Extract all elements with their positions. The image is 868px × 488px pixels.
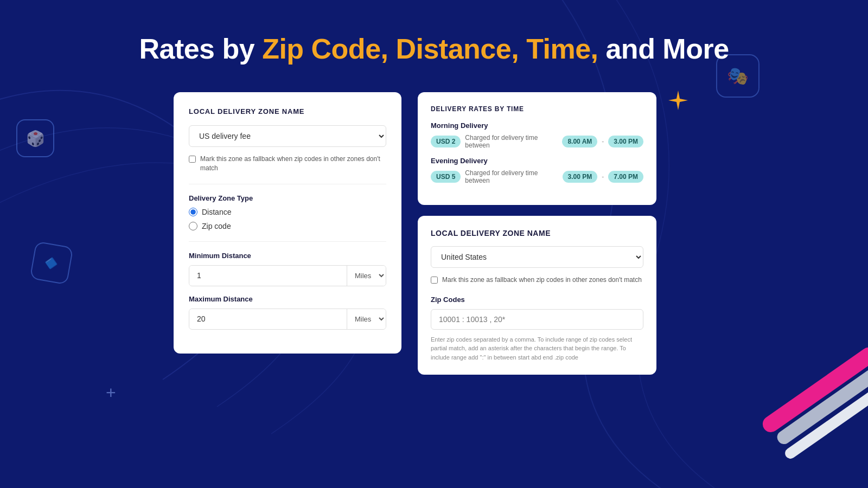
delivery-zone-type-group: Distance Zip code <box>189 208 386 230</box>
zip-card-title: LOCAL DELIVERY ZONE NAME <box>431 229 643 237</box>
main-title: Rates by Zip Code, Distance, Time, and M… <box>139 33 729 65</box>
left-card-title: LOCAL DELIVERY ZONE NAME <box>189 107 386 115</box>
cards-row: LOCAL DELIVERY ZONE NAME US delivery fee… <box>174 92 694 375</box>
zip-card: LOCAL DELIVERY ZONE NAME United States M… <box>418 216 656 375</box>
min-distance-label: Minimum Distance <box>189 252 386 260</box>
morning-end-time: 3.00 PM <box>608 136 643 147</box>
left-card: LOCAL DELIVERY ZONE NAME US delivery fee… <box>174 92 401 354</box>
zip-codes-input[interactable] <box>431 309 643 330</box>
max-distance-unit[interactable]: Miles <box>347 309 386 329</box>
evening-start-time: 3.00 PM <box>563 171 598 183</box>
evening-delivery-period: Evening Delivery USD 5 Charged for deliv… <box>431 157 643 184</box>
zip-zone-select[interactable]: United States <box>431 246 643 268</box>
zip-fallback-checkbox[interactable] <box>431 277 438 284</box>
morning-delivery-row: USD 2 Charged for delivery time between … <box>431 134 643 149</box>
min-distance-input[interactable]: 1 <box>189 266 347 285</box>
delivery-zone-type-label: Delivery Zone Type <box>189 194 386 202</box>
fallback-checkbox-label: Mark this zone as fallback when zip code… <box>200 155 386 173</box>
morning-delivery-title: Morning Delivery <box>431 121 643 130</box>
radio-distance-input[interactable] <box>189 208 197 216</box>
max-distance-label: Maximum Distance <box>189 295 386 303</box>
morning-description: Charged for delivery time between <box>465 134 558 149</box>
time-rates-card: DELIVERY RATES BY TIME Morning Delivery … <box>418 92 656 205</box>
zip-fallback-label: Mark this zone as fallback when zip code… <box>442 275 642 285</box>
max-distance-input[interactable]: 20 <box>189 309 347 329</box>
evening-dash: - <box>602 173 604 181</box>
morning-start-time: 8.00 AM <box>562 136 597 147</box>
evening-delivery-title: Evening Delivery <box>431 157 643 165</box>
right-cards: DELIVERY RATES BY TIME Morning Delivery … <box>418 92 656 375</box>
evening-end-time: 7.00 PM <box>608 171 643 183</box>
evening-usd-badge: USD 5 <box>431 171 461 183</box>
page-content: Rates by Zip Code, Distance, Time, and M… <box>0 0 868 488</box>
morning-usd-badge: USD 2 <box>431 136 461 147</box>
morning-dash: - <box>602 138 604 145</box>
time-rates-title: DELIVERY RATES BY TIME <box>431 105 643 113</box>
fallback-checkbox-row: Mark this zone as fallback when zip code… <box>189 155 386 173</box>
zip-fallback-row: Mark this zone as fallback when zip code… <box>431 275 643 285</box>
radio-zipcode-label: Zip code <box>202 222 231 230</box>
fallback-checkbox[interactable] <box>189 156 196 163</box>
radio-zipcode-input[interactable] <box>189 222 197 230</box>
max-distance-field: 20 Miles <box>189 309 386 330</box>
min-distance-field: 1 Miles <box>189 265 386 286</box>
zip-codes-label: Zip Codes <box>431 296 643 304</box>
min-distance-unit[interactable]: Miles <box>347 266 386 286</box>
radio-zipcode[interactable]: Zip code <box>189 222 386 230</box>
morning-delivery-period: Morning Delivery USD 2 Charged for deliv… <box>431 121 643 149</box>
zone-select[interactable]: US delivery fee <box>189 125 386 147</box>
evening-description: Charged for delivery time between <box>465 169 558 184</box>
evening-delivery-row: USD 5 Charged for delivery time between … <box>431 169 643 184</box>
radio-distance[interactable]: Distance <box>189 208 386 216</box>
radio-distance-label: Distance <box>202 208 231 216</box>
zip-help-text: Enter zip codes separated by a comma. To… <box>431 335 643 362</box>
